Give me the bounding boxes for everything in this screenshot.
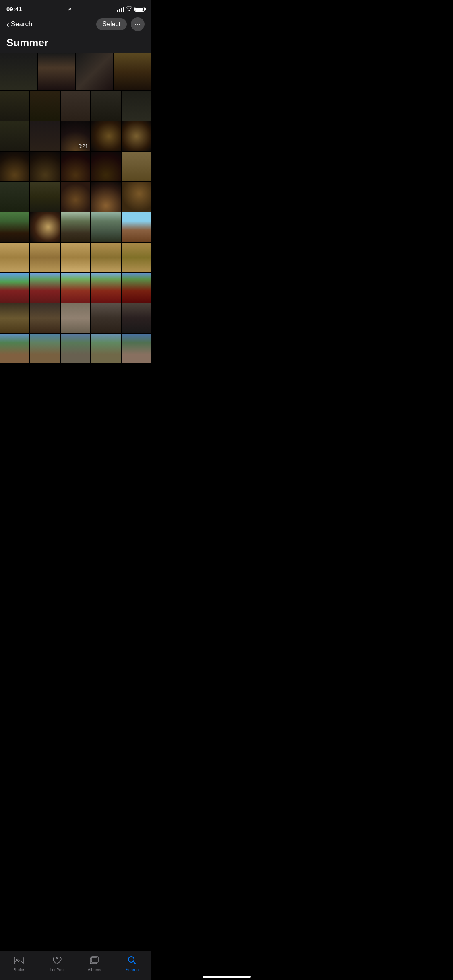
section-title: Summer [6,37,145,49]
photo-cell[interactable] [0,212,29,242]
nav-actions: Select ··· [96,17,145,31]
photo-cell[interactable] [30,182,60,211]
photo-cell[interactable] [91,91,120,120]
photo-cell[interactable] [0,91,29,120]
status-time: 09:41 [6,6,22,12]
photo-cell[interactable] [30,121,60,151]
nav-bar: ‹ Search Select ··· [0,14,151,35]
photo-cell[interactable] [122,91,151,120]
photo-cell[interactable] [0,152,29,181]
section-header: Summer [0,35,151,53]
more-button[interactable]: ··· [131,17,145,31]
back-label: Search [11,20,33,28]
photo-cell[interactable] [122,273,151,303]
photo-cell[interactable] [61,334,90,363]
photo-cell[interactable] [0,121,29,151]
photo-cell[interactable] [0,273,29,303]
photo-cell[interactable] [30,334,60,363]
photo-cell[interactable] [91,334,120,363]
photo-cell[interactable] [91,152,120,181]
photo-cell[interactable] [0,53,37,90]
grid-row [0,53,151,90]
photo-cell[interactable] [30,91,60,120]
photo-cell[interactable] [114,53,151,90]
photo-cell[interactable] [91,121,120,151]
photo-cell[interactable] [61,243,90,272]
photo-cell[interactable] [122,243,151,272]
status-icons [117,6,145,12]
photo-cell[interactable] [122,182,151,211]
back-chevron-icon: ‹ [6,20,9,29]
grid-row [0,182,151,211]
battery-icon [134,7,145,12]
photo-cell[interactable] [91,243,120,272]
photo-cell[interactable] [30,212,60,242]
grid-row [0,334,151,363]
photo-cell[interactable] [61,182,90,211]
photo-cell[interactable] [122,303,151,333]
photo-cell[interactable] [91,303,120,333]
photo-cell[interactable] [91,182,120,211]
photo-cell[interactable] [30,152,60,181]
photo-cell[interactable] [30,303,60,333]
wifi-icon [126,6,132,12]
location-icon: ↗ [67,6,71,12]
photo-cell[interactable] [122,212,151,242]
grid-row [0,152,151,181]
photo-cell[interactable] [30,273,60,303]
photo-cell[interactable] [30,243,60,272]
grid-row [0,243,151,272]
select-button[interactable]: Select [96,18,127,30]
photo-cell[interactable] [76,53,113,90]
photo-cell[interactable] [0,243,29,272]
photo-cell[interactable] [122,152,151,181]
photo-cell[interactable] [0,334,29,363]
photo-cell[interactable] [61,152,90,181]
video-duration: 0:21 [79,144,88,149]
grid-row [0,303,151,333]
grid-row [0,212,151,242]
video-cell[interactable]: 0:21 [61,121,90,151]
photo-cell[interactable] [38,53,75,90]
grid-row [0,91,151,120]
photo-cell[interactable] [61,303,90,333]
photo-grid: 0:21 [0,53,151,363]
signal-icon [117,7,124,12]
grid-row [0,273,151,303]
back-button[interactable]: ‹ Search [6,20,33,29]
photo-cell[interactable] [0,303,29,333]
photo-cell[interactable] [122,334,151,363]
photo-cell[interactable] [122,121,151,151]
photo-cell[interactable] [91,212,120,242]
photo-cell[interactable] [61,273,90,303]
photo-cell[interactable] [91,273,120,303]
photo-cell[interactable] [61,91,90,120]
photo-cell[interactable] [0,182,29,211]
status-bar: 09:41 ↗ [0,0,151,14]
grid-row: 0:21 [0,121,151,151]
photo-cell[interactable] [61,212,90,242]
